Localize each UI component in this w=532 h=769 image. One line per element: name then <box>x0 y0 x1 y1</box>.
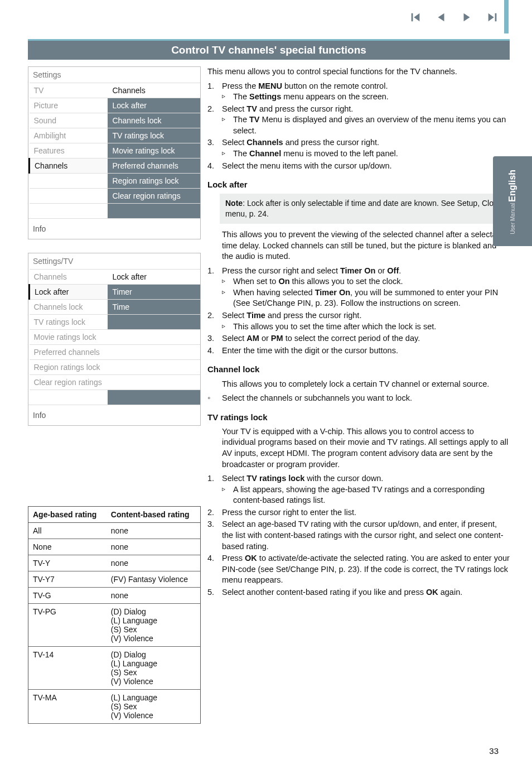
tv-ratings-desc: Your TV is equipped with a V-chip. This … <box>222 426 510 470</box>
menu-settings: Settings TVChannelsPictureLock afterSoun… <box>28 66 201 239</box>
ratings-table: Age-based ratingContent-based ratingAlln… <box>28 506 201 724</box>
step-item: 2.Select TV and press the cursor right.T… <box>207 104 510 137</box>
step-sub: The Settings menu appears on the screen. <box>222 92 510 103</box>
menu-item[interactable] <box>108 360 200 375</box>
nav-icons <box>409 11 499 26</box>
rating-content: (D) Dialog(L) Language(S) Sex(V) Violenc… <box>107 604 201 647</box>
menu-item[interactable]: Lock after <box>108 98 200 113</box>
lock-after-note: Note: Lock after is only selectable if t… <box>220 194 510 224</box>
lock-after-desc: This allows you to prevent the viewing o… <box>222 229 510 262</box>
step-sub: The Channel menu is moved to the left pa… <box>222 148 510 160</box>
tv-ratings-heading: TV ratings lock <box>207 412 510 423</box>
rating-age: TV-PG <box>28 604 107 647</box>
rating-content: none <box>107 555 201 571</box>
step-item: 1.Select TV ratings lock with the cursor… <box>207 473 510 506</box>
menu-item[interactable] <box>30 204 108 219</box>
menu-info: Info <box>28 405 200 425</box>
step-item: 1.Press the cursor right and select Time… <box>207 266 510 309</box>
rating-age: None <box>28 539 107 555</box>
menu-item[interactable]: Picture <box>30 98 108 113</box>
menu-item[interactable] <box>108 315 200 330</box>
rating-age: TV-Y <box>28 555 107 571</box>
menu-item[interactable] <box>108 204 200 219</box>
step-sub: A list appears, showing the age-based TV… <box>222 484 510 506</box>
menu-item[interactable]: Ambilight <box>30 128 108 143</box>
menu-item[interactable]: Timer <box>108 285 200 300</box>
rating-age: TV-G <box>28 588 107 604</box>
page-header: Control TV channels' special functions <box>28 39 510 60</box>
menu-item[interactable]: TV ratings lock <box>30 315 108 330</box>
channel-lock-bullet: ◦Select the channels or subchannels you … <box>207 393 510 404</box>
menu-settings-tv: Settings/TV ChannelsLock afterLock after… <box>28 253 201 426</box>
menu-item[interactable]: Clear region ratings <box>108 189 200 204</box>
menu-item[interactable] <box>30 189 108 204</box>
menu-item[interactable]: Features <box>30 143 108 158</box>
menu-title: Settings/TV <box>28 253 200 269</box>
rating-content: (FV) Fantasy Violence <box>107 571 201 588</box>
step-item: 4.Enter the time with the digit or the c… <box>207 345 510 357</box>
menu-item[interactable]: Time <box>108 300 200 315</box>
menu-item[interactable] <box>108 330 200 345</box>
menu-item[interactable]: Preferred channels <box>30 345 108 360</box>
step-sub: This allows you to set the time after wh… <box>222 321 510 333</box>
step-item: 3.Select Channels and press the cursor r… <box>207 137 510 159</box>
rating-content: none <box>107 588 201 604</box>
menu-item[interactable]: Lock after <box>30 285 108 300</box>
intro-text: This menu allows you to control special … <box>207 66 510 78</box>
rating-content: (L) Language(S) Sex(V) Violence <box>107 690 201 724</box>
channel-lock-desc: This allows you to completely lock a cer… <box>222 379 510 390</box>
step-item: 2.Select Time and press the cursor right… <box>207 310 510 332</box>
rating-age: TV-Y7 <box>28 571 107 588</box>
step-item: 2.Press the cursor right to enter the li… <box>207 507 510 518</box>
lock-after-heading: Lock after <box>207 179 510 190</box>
side-tab-lang: English <box>507 170 518 202</box>
step-sub: The TV Menu is displayed and gives an ov… <box>222 114 510 136</box>
side-tab-doc: User Manual <box>510 203 516 234</box>
rating-age: All <box>28 523 107 539</box>
ratings-header: Content-based rating <box>107 507 201 523</box>
menu-item[interactable]: Movie ratings lock <box>108 143 200 158</box>
page-number: 33 <box>489 746 499 756</box>
step-item: 5.Select another content-based rating if… <box>207 587 510 598</box>
menu-item[interactable] <box>30 390 108 405</box>
side-tab: English User Manual <box>493 156 532 246</box>
rating-content: none <box>107 523 201 539</box>
first-icon[interactable] <box>409 11 422 26</box>
step-sub: When set to On this allows you to set th… <box>222 276 510 287</box>
menu-item[interactable]: Preferred channels <box>108 158 200 174</box>
menu-item[interactable]: Channels <box>30 158 108 174</box>
menu-item[interactable] <box>108 390 200 405</box>
step-item: 3.Select an age-based TV rating with the… <box>207 519 510 552</box>
menu-item[interactable]: Channels lock <box>30 300 108 315</box>
step-item: 1.Press the MENU button on the remote co… <box>207 81 510 103</box>
menu-item[interactable]: Clear region ratings <box>30 375 108 390</box>
step-item: 3.Select AM or PM to select the correct … <box>207 333 510 344</box>
menu-item[interactable] <box>108 375 200 390</box>
menu-item[interactable]: TV ratings lock <box>108 128 200 143</box>
menu-info: Info <box>28 218 200 239</box>
rating-content: (D) Dialog(L) Language(S) Sex(V) Violenc… <box>107 647 201 690</box>
step-sub: When having selected Timer On, you will … <box>222 287 510 309</box>
prev-icon[interactable] <box>435 11 447 26</box>
rating-age: TV-14 <box>28 647 107 690</box>
step-item: 4.Select the menu items with the cursor … <box>207 161 510 172</box>
menu-item[interactable]: Channels lock <box>108 113 200 128</box>
menu-item[interactable]: Region ratings lock <box>108 174 200 189</box>
last-icon[interactable] <box>486 11 499 26</box>
next-icon[interactable] <box>461 11 473 26</box>
menu-item[interactable]: Region ratings lock <box>30 360 108 375</box>
menu-item[interactable] <box>30 174 108 189</box>
menu-item[interactable] <box>108 345 200 360</box>
channel-lock-heading: Channel lock <box>207 364 510 375</box>
menu-title: Settings <box>28 67 200 83</box>
menu-item[interactable]: Sound <box>30 113 108 128</box>
ratings-header: Age-based rating <box>28 507 107 523</box>
rating-content: none <box>107 539 201 555</box>
header-strip <box>504 0 509 33</box>
menu-item[interactable]: Movie ratings lock <box>30 330 108 345</box>
step-item: 4.Press OK to activate/de-activate the s… <box>207 553 510 586</box>
rating-age: TV-MA <box>28 690 107 724</box>
